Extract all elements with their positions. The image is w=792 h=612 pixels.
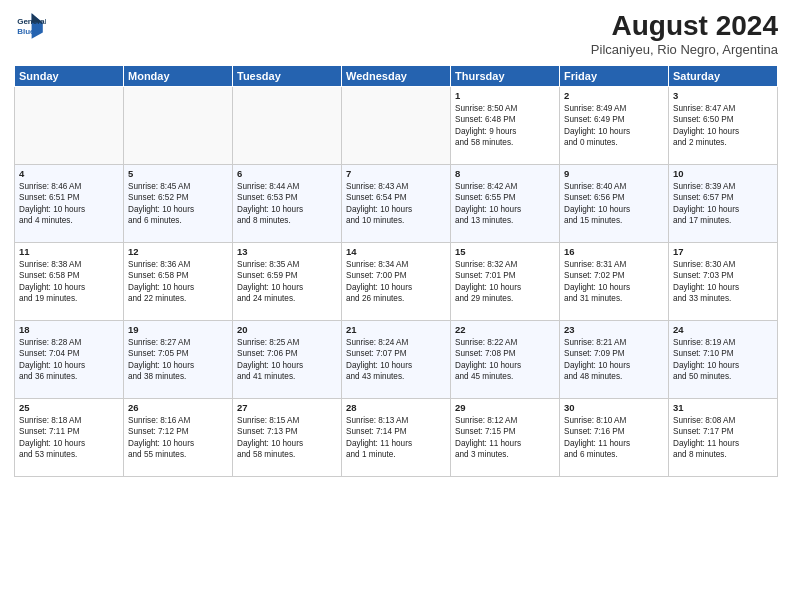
calendar-cell (342, 87, 451, 165)
day-number: 24 (673, 324, 773, 335)
day-info: Sunrise: 8:25 AM Sunset: 7:06 PM Dayligh… (237, 337, 337, 383)
day-info: Sunrise: 8:45 AM Sunset: 6:52 PM Dayligh… (128, 181, 228, 227)
day-info: Sunrise: 8:34 AM Sunset: 7:00 PM Dayligh… (346, 259, 446, 305)
day-number: 21 (346, 324, 446, 335)
day-number: 8 (455, 168, 555, 179)
day-number: 30 (564, 402, 664, 413)
calendar-cell: 10Sunrise: 8:39 AM Sunset: 6:57 PM Dayli… (669, 165, 778, 243)
col-header-wednesday: Wednesday (342, 66, 451, 87)
day-number: 7 (346, 168, 446, 179)
svg-text:General: General (17, 17, 46, 26)
calendar-cell: 17Sunrise: 8:30 AM Sunset: 7:03 PM Dayli… (669, 243, 778, 321)
day-number: 18 (19, 324, 119, 335)
day-info: Sunrise: 8:46 AM Sunset: 6:51 PM Dayligh… (19, 181, 119, 227)
day-number: 4 (19, 168, 119, 179)
day-info: Sunrise: 8:47 AM Sunset: 6:50 PM Dayligh… (673, 103, 773, 149)
day-info: Sunrise: 8:31 AM Sunset: 7:02 PM Dayligh… (564, 259, 664, 305)
day-info: Sunrise: 8:35 AM Sunset: 6:59 PM Dayligh… (237, 259, 337, 305)
day-number: 20 (237, 324, 337, 335)
calendar-cell (15, 87, 124, 165)
day-info: Sunrise: 8:10 AM Sunset: 7:16 PM Dayligh… (564, 415, 664, 461)
col-header-thursday: Thursday (451, 66, 560, 87)
day-number: 23 (564, 324, 664, 335)
calendar-cell: 30Sunrise: 8:10 AM Sunset: 7:16 PM Dayli… (560, 399, 669, 477)
day-info: Sunrise: 8:15 AM Sunset: 7:13 PM Dayligh… (237, 415, 337, 461)
day-info: Sunrise: 8:13 AM Sunset: 7:14 PM Dayligh… (346, 415, 446, 461)
calendar-cell: 11Sunrise: 8:38 AM Sunset: 6:58 PM Dayli… (15, 243, 124, 321)
calendar-cell (124, 87, 233, 165)
calendar-cell: 8Sunrise: 8:42 AM Sunset: 6:55 PM Daylig… (451, 165, 560, 243)
day-info: Sunrise: 8:12 AM Sunset: 7:15 PM Dayligh… (455, 415, 555, 461)
main-title: August 2024 (591, 10, 778, 42)
day-number: 10 (673, 168, 773, 179)
day-number: 12 (128, 246, 228, 257)
calendar-cell: 14Sunrise: 8:34 AM Sunset: 7:00 PM Dayli… (342, 243, 451, 321)
day-number: 14 (346, 246, 446, 257)
calendar: SundayMondayTuesdayWednesdayThursdayFrid… (14, 65, 778, 477)
day-info: Sunrise: 8:18 AM Sunset: 7:11 PM Dayligh… (19, 415, 119, 461)
day-number: 2 (564, 90, 664, 101)
day-number: 26 (128, 402, 228, 413)
calendar-cell: 6Sunrise: 8:44 AM Sunset: 6:53 PM Daylig… (233, 165, 342, 243)
day-number: 13 (237, 246, 337, 257)
svg-text:Blue: Blue (17, 27, 35, 36)
calendar-week-row: 25Sunrise: 8:18 AM Sunset: 7:11 PM Dayli… (15, 399, 778, 477)
day-info: Sunrise: 8:40 AM Sunset: 6:56 PM Dayligh… (564, 181, 664, 227)
calendar-cell: 22Sunrise: 8:22 AM Sunset: 7:08 PM Dayli… (451, 321, 560, 399)
day-number: 22 (455, 324, 555, 335)
day-info: Sunrise: 8:42 AM Sunset: 6:55 PM Dayligh… (455, 181, 555, 227)
page: General Blue August 2024 Pilcaniyeu, Rio… (0, 0, 792, 612)
calendar-cell: 16Sunrise: 8:31 AM Sunset: 7:02 PM Dayli… (560, 243, 669, 321)
day-info: Sunrise: 8:16 AM Sunset: 7:12 PM Dayligh… (128, 415, 228, 461)
calendar-cell: 31Sunrise: 8:08 AM Sunset: 7:17 PM Dayli… (669, 399, 778, 477)
day-number: 1 (455, 90, 555, 101)
calendar-week-row: 4Sunrise: 8:46 AM Sunset: 6:51 PM Daylig… (15, 165, 778, 243)
calendar-header-row: SundayMondayTuesdayWednesdayThursdayFrid… (15, 66, 778, 87)
calendar-cell: 27Sunrise: 8:15 AM Sunset: 7:13 PM Dayli… (233, 399, 342, 477)
calendar-cell: 12Sunrise: 8:36 AM Sunset: 6:58 PM Dayli… (124, 243, 233, 321)
calendar-week-row: 18Sunrise: 8:28 AM Sunset: 7:04 PM Dayli… (15, 321, 778, 399)
header: General Blue August 2024 Pilcaniyeu, Rio… (14, 10, 778, 57)
day-info: Sunrise: 8:32 AM Sunset: 7:01 PM Dayligh… (455, 259, 555, 305)
day-number: 25 (19, 402, 119, 413)
day-number: 17 (673, 246, 773, 257)
col-header-friday: Friday (560, 66, 669, 87)
day-info: Sunrise: 8:43 AM Sunset: 6:54 PM Dayligh… (346, 181, 446, 227)
calendar-cell: 21Sunrise: 8:24 AM Sunset: 7:07 PM Dayli… (342, 321, 451, 399)
col-header-saturday: Saturday (669, 66, 778, 87)
day-number: 19 (128, 324, 228, 335)
day-info: Sunrise: 8:50 AM Sunset: 6:48 PM Dayligh… (455, 103, 555, 149)
day-info: Sunrise: 8:30 AM Sunset: 7:03 PM Dayligh… (673, 259, 773, 305)
day-info: Sunrise: 8:24 AM Sunset: 7:07 PM Dayligh… (346, 337, 446, 383)
calendar-week-row: 11Sunrise: 8:38 AM Sunset: 6:58 PM Dayli… (15, 243, 778, 321)
day-info: Sunrise: 8:08 AM Sunset: 7:17 PM Dayligh… (673, 415, 773, 461)
day-number: 11 (19, 246, 119, 257)
calendar-cell: 23Sunrise: 8:21 AM Sunset: 7:09 PM Dayli… (560, 321, 669, 399)
calendar-cell (233, 87, 342, 165)
calendar-cell: 2Sunrise: 8:49 AM Sunset: 6:49 PM Daylig… (560, 87, 669, 165)
calendar-cell: 20Sunrise: 8:25 AM Sunset: 7:06 PM Dayli… (233, 321, 342, 399)
day-number: 3 (673, 90, 773, 101)
calendar-cell: 1Sunrise: 8:50 AM Sunset: 6:48 PM Daylig… (451, 87, 560, 165)
day-number: 9 (564, 168, 664, 179)
logo-icon: General Blue (14, 10, 46, 42)
day-info: Sunrise: 8:49 AM Sunset: 6:49 PM Dayligh… (564, 103, 664, 149)
day-info: Sunrise: 8:36 AM Sunset: 6:58 PM Dayligh… (128, 259, 228, 305)
calendar-cell: 3Sunrise: 8:47 AM Sunset: 6:50 PM Daylig… (669, 87, 778, 165)
day-info: Sunrise: 8:39 AM Sunset: 6:57 PM Dayligh… (673, 181, 773, 227)
calendar-cell: 29Sunrise: 8:12 AM Sunset: 7:15 PM Dayli… (451, 399, 560, 477)
logo: General Blue (14, 10, 46, 42)
calendar-cell: 15Sunrise: 8:32 AM Sunset: 7:01 PM Dayli… (451, 243, 560, 321)
day-number: 28 (346, 402, 446, 413)
day-number: 5 (128, 168, 228, 179)
calendar-cell: 18Sunrise: 8:28 AM Sunset: 7:04 PM Dayli… (15, 321, 124, 399)
day-info: Sunrise: 8:21 AM Sunset: 7:09 PM Dayligh… (564, 337, 664, 383)
calendar-cell: 24Sunrise: 8:19 AM Sunset: 7:10 PM Dayli… (669, 321, 778, 399)
day-info: Sunrise: 8:27 AM Sunset: 7:05 PM Dayligh… (128, 337, 228, 383)
calendar-cell: 13Sunrise: 8:35 AM Sunset: 6:59 PM Dayli… (233, 243, 342, 321)
calendar-cell: 9Sunrise: 8:40 AM Sunset: 6:56 PM Daylig… (560, 165, 669, 243)
day-number: 29 (455, 402, 555, 413)
calendar-cell: 5Sunrise: 8:45 AM Sunset: 6:52 PM Daylig… (124, 165, 233, 243)
day-number: 6 (237, 168, 337, 179)
day-number: 31 (673, 402, 773, 413)
